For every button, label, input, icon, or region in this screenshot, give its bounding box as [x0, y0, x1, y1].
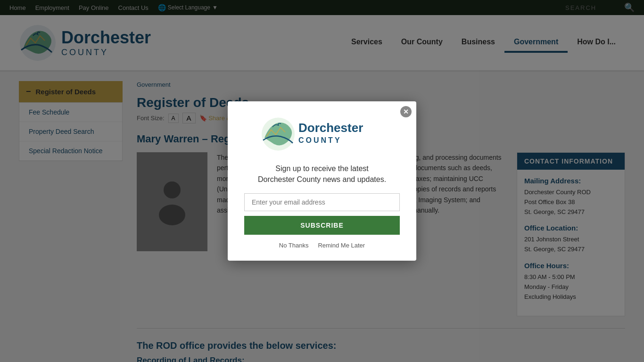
modal-logo: Dorchester COUNTY [244, 115, 400, 155]
modal-email-input[interactable] [244, 193, 400, 211]
modal-footer-links: No Thanks Remind Me Later [244, 242, 400, 249]
modal-close-button[interactable]: ✕ [400, 106, 412, 117]
modal-overlay: ✕ Dorchester COUNTY Sign up to receive t… [0, 0, 644, 362]
newsletter-modal: ✕ Dorchester COUNTY Sign up to receive t… [228, 101, 416, 261]
modal-subscribe-button[interactable]: SUBSCRIBE [244, 216, 400, 235]
modal-heading: Sign up to receive the latest [244, 165, 400, 173]
modal-subheading: Dorchester County news and updates. [244, 175, 400, 184]
remind-later-link[interactable]: Remind Me Later [318, 242, 365, 249]
no-thanks-link[interactable]: No Thanks [279, 242, 309, 249]
svg-text:Dorchester: Dorchester [298, 121, 363, 135]
modal-logo-svg: Dorchester COUNTY [261, 115, 383, 153]
svg-text:COUNTY: COUNTY [298, 136, 342, 144]
